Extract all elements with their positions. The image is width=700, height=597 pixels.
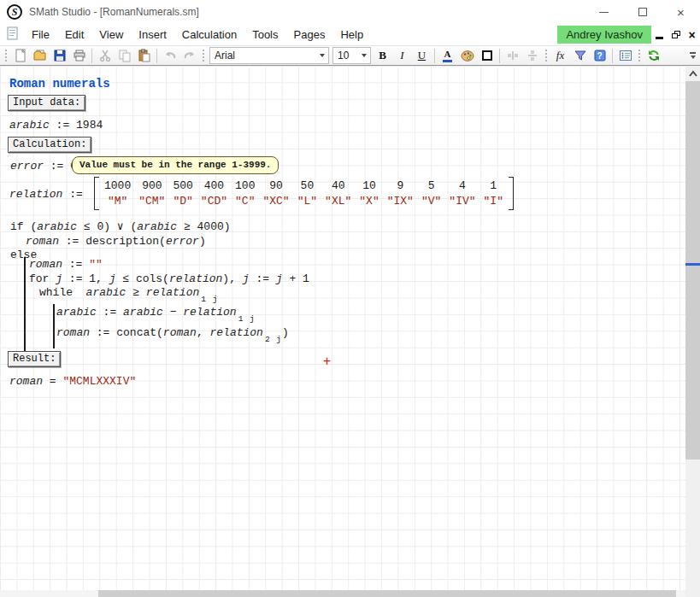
user-account-button[interactable]: Andrey Ivashov (557, 26, 651, 44)
bold-button[interactable]: B (373, 46, 392, 65)
matrix-values: 1000900500400100905040109541"M""CM""D""C… (99, 177, 509, 210)
document-icon (7, 26, 19, 44)
scroll-up-button[interactable] (685, 66, 700, 80)
horizontal-scrollbar-thumb[interactable] (98, 590, 676, 597)
print-button[interactable] (69, 46, 89, 65)
border-button[interactable] (477, 46, 497, 65)
window-title: SMath Studio - [RomanNumerals.sm] (29, 6, 199, 18)
options-list-icon (619, 49, 632, 62)
overflow-bar-icon (690, 52, 696, 54)
font-family-select[interactable]: Arial (209, 47, 329, 64)
menu-tools[interactable]: Tools (244, 26, 285, 44)
copy-icon (118, 49, 132, 62)
font-size-value: 10 (338, 50, 349, 61)
font-color-button[interactable]: A (438, 46, 457, 65)
mdi-restore-button[interactable] (668, 26, 684, 43)
align-vertical-button[interactable] (522, 46, 542, 65)
expr-roman-empty[interactable]: roman := "" (29, 258, 103, 271)
align-vertical-icon (526, 49, 539, 62)
close-button[interactable]: × (662, 0, 700, 24)
expr-roman-result[interactable]: roman = "MCMLXXXIV" (9, 375, 136, 388)
toolbar-grip[interactable] (202, 49, 205, 62)
save-floppy-icon (53, 49, 67, 62)
options-button[interactable] (615, 46, 635, 65)
refresh-icon (647, 49, 661, 62)
font-color-icon: A (443, 50, 452, 62)
overflow-chevron-icon (691, 56, 696, 59)
expr-roman-concat[interactable]: roman := concat(roman, relation2 j) (56, 326, 289, 344)
mdi-minimize-icon (656, 37, 663, 39)
menu-help[interactable]: Help (332, 26, 371, 44)
toolbar-overflow-button[interactable] (687, 52, 698, 59)
menu-bar: File Edit View Insert Calculation Tools … (0, 24, 700, 45)
menu-edit[interactable]: Edit (57, 26, 91, 44)
undo-button[interactable] (160, 46, 179, 65)
redo-button[interactable] (179, 46, 199, 65)
section-label-calculation[interactable]: Calculation: (8, 137, 91, 153)
font-size-select[interactable]: 10 (332, 47, 371, 64)
scissors-icon (98, 49, 112, 62)
insert-unit-button[interactable] (570, 46, 590, 65)
clipboard-paste-icon (138, 49, 151, 62)
worksheet-canvas[interactable]: Roman numerals Input data: arabic := 198… (0, 66, 685, 597)
horizontal-scrollbar[interactable] (0, 590, 685, 597)
expr-arabic-update[interactable]: arabic := arabic − relation1 j (56, 306, 256, 324)
align-horizontal-button[interactable] (503, 46, 522, 65)
open-folder-icon (33, 49, 47, 62)
background-color-button[interactable] (457, 46, 477, 65)
insert-function-button[interactable]: fx (550, 46, 570, 65)
section-label-input-data[interactable]: Input data: (8, 95, 85, 111)
expr-roman-description[interactable]: roman := description(error) (26, 235, 206, 248)
title-bar: S SMath Studio - [RomanNumerals.sm] × (0, 0, 700, 24)
menu-view[interactable]: View (91, 26, 131, 44)
menu-insert[interactable]: Insert (131, 26, 174, 44)
toolbar-grip[interactable] (638, 49, 641, 62)
relation-matrix[interactable]: 1000900500400100905040109541"M""CM""D""C… (94, 177, 514, 210)
save-button[interactable] (50, 46, 69, 65)
cut-button[interactable] (95, 46, 115, 65)
expr-while-condition[interactable]: while arabic ≥ relation1 j (39, 286, 218, 304)
close-icon: × (677, 6, 685, 19)
chevron-down-icon (320, 54, 325, 57)
vertical-scrollbar-thumb[interactable] (685, 81, 700, 459)
underline-button[interactable]: U (412, 46, 432, 65)
recalculate-button[interactable] (644, 46, 663, 65)
reference-book-button[interactable]: ? (590, 46, 609, 65)
mdi-close-button[interactable]: × (684, 26, 700, 43)
toolbar-grip[interactable] (4, 49, 8, 62)
expr-if-condition[interactable]: if (arabic ≤ 0) ∨ (arabic ≥ 4000) (10, 219, 231, 233)
section-label-result[interactable]: Result: (8, 351, 61, 367)
matrix-bracket-right (509, 177, 514, 210)
chevron-down-icon (362, 54, 367, 57)
app-logo-icon: S (7, 4, 22, 20)
italic-button[interactable]: I (392, 46, 412, 65)
menu-file[interactable]: File (24, 26, 57, 44)
italic-icon: I (400, 49, 403, 62)
toolbar-grip[interactable] (544, 49, 548, 62)
paste-button[interactable] (134, 46, 154, 65)
open-button[interactable] (30, 46, 50, 65)
expr-arabic-definition[interactable]: arabic := 1984 (9, 119, 103, 132)
menu-pages[interactable]: Pages (286, 26, 333, 44)
insertion-cursor: + (323, 354, 331, 369)
question-mark-icon: ? (597, 51, 602, 61)
redo-arrow-icon (183, 49, 197, 62)
maximize-icon (638, 8, 647, 16)
page-title[interactable]: Roman numerals (9, 77, 110, 91)
new-button[interactable] (10, 46, 30, 65)
funnel-icon (574, 49, 587, 62)
menu-calculation[interactable]: Calculation (174, 26, 244, 44)
expr-error-definition[interactable]: error := 0 (10, 160, 77, 173)
copy-button[interactable] (115, 46, 134, 65)
mdi-restore-icon (672, 31, 680, 38)
mdi-minimize-button[interactable] (651, 26, 668, 43)
vertical-scrollbar[interactable] (685, 66, 700, 597)
undo-arrow-icon (163, 49, 177, 62)
font-family-value: Arial (215, 50, 235, 61)
maximize-button[interactable] (623, 0, 662, 24)
expr-for-loop[interactable]: for j := 1, j ≤ cols(relation), j := j +… (29, 272, 309, 285)
validation-tooltip: Value must be in the range 1-3999. (72, 156, 279, 174)
minimize-button[interactable] (585, 0, 623, 24)
toolbar: Arial 10 B I U A fx ? (0, 45, 700, 66)
expr-relation-lhs[interactable]: relation := (9, 188, 90, 201)
